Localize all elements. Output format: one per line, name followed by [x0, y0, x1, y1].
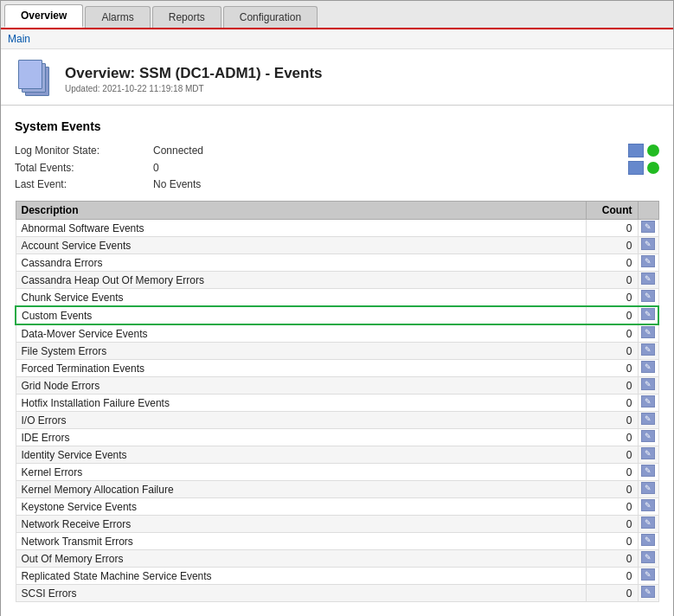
table-row: Grid Node Errors0 [16, 377, 658, 395]
event-description: IDE Errors [16, 429, 586, 446]
edit-icon[interactable] [641, 517, 655, 529]
edit-icon[interactable] [641, 273, 655, 285]
edit-icon[interactable] [641, 430, 655, 442]
event-action[interactable] [638, 429, 658, 446]
event-action[interactable] [638, 343, 658, 360]
total-events-label: Total Events: [15, 162, 153, 174]
event-action[interactable] [638, 516, 658, 533]
event-count: 0 [586, 429, 638, 446]
edit-icon[interactable] [641, 326, 655, 338]
last-event-row: Last Event: No Events [15, 176, 659, 192]
event-action[interactable] [638, 395, 658, 412]
event-description: Kernel Errors [16, 464, 586, 481]
event-action[interactable] [638, 220, 658, 237]
edit-icon[interactable] [641, 343, 655, 356]
table-row: Cassandra Heap Out Of Memory Errors0 [16, 272, 658, 289]
log-monitor-icons [628, 144, 659, 157]
event-description: Out Of Memory Errors [16, 550, 586, 568]
edit-icon[interactable] [641, 378, 655, 390]
edit-icon[interactable] [641, 482, 655, 494]
table-row: I/O Errors0 [16, 412, 658, 429]
event-count: 0 [586, 254, 638, 272]
event-description: Data-Mover Service Events [16, 324, 586, 343]
edit-icon[interactable] [641, 395, 655, 407]
col-count: Count [586, 202, 638, 220]
table-row: Kernel Errors0 [16, 464, 658, 481]
table-header-row: Description Count [16, 202, 658, 220]
event-count: 0 [586, 220, 638, 237]
event-count: 0 [586, 446, 638, 464]
edit-icon[interactable] [641, 586, 655, 598]
edit-icon[interactable] [641, 255, 655, 267]
edit-icon[interactable] [641, 221, 655, 233]
event-count: 0 [586, 360, 638, 377]
log-monitor-row: Log Monitor State: Connected [15, 142, 659, 159]
event-description: Hotfix Installation Failure Events [16, 395, 586, 412]
edit-icon[interactable] [641, 238, 655, 250]
edit-icon[interactable] [641, 534, 655, 546]
event-count: 0 [586, 498, 638, 516]
table-row: Forced Termination Events0 [16, 360, 658, 377]
edit-icon[interactable] [641, 290, 655, 302]
table-row: Abnormal Software Events0 [16, 220, 658, 237]
table-row: Identity Service Events0 [16, 446, 658, 464]
event-action[interactable] [638, 585, 658, 602]
event-action[interactable] [638, 377, 658, 395]
event-count: 0 [586, 533, 638, 550]
event-action[interactable] [638, 550, 658, 568]
table-row: Cassandra Errors0 [16, 254, 658, 272]
log-monitor-label: Log Monitor State: [15, 144, 153, 157]
info-grid: Log Monitor State: Connected Total Event… [15, 142, 659, 192]
edit-icon[interactable] [641, 447, 655, 459]
edit-icon[interactable] [641, 413, 655, 425]
green-status-1 [647, 144, 659, 157]
event-action[interactable] [638, 306, 658, 324]
main-window: OverviewAlarmsReportsConfiguration Main … [0, 0, 674, 616]
event-description: Abnormal Software Events [16, 220, 586, 237]
event-action[interactable] [638, 289, 658, 307]
event-description: Kernel Memory Allocation Failure [16, 481, 586, 498]
edit-icon[interactable] [641, 465, 655, 477]
tab-reports[interactable]: Reports [152, 6, 221, 28]
event-action[interactable] [638, 464, 658, 481]
event-action[interactable] [638, 254, 658, 272]
event-count: 0 [586, 568, 638, 585]
event-action[interactable] [638, 568, 658, 585]
grid-icon-2 [628, 161, 644, 175]
event-action[interactable] [638, 533, 658, 550]
event-action[interactable] [638, 324, 658, 343]
event-description: Grid Node Errors [16, 377, 586, 395]
event-action[interactable] [638, 481, 658, 498]
event-description: Chunk Service Events [16, 289, 586, 307]
edit-icon[interactable] [641, 361, 655, 373]
table-body: Abnormal Software Events0Account Service… [16, 220, 658, 602]
event-action[interactable] [638, 446, 658, 464]
edit-icon[interactable] [641, 308, 655, 320]
event-description: Cassandra Errors [16, 254, 586, 272]
event-action[interactable] [638, 412, 658, 429]
event-action[interactable] [638, 237, 658, 254]
log-monitor-value: Connected [153, 144, 628, 157]
edit-icon[interactable] [641, 499, 655, 511]
event-description: Network Transmit Errors [16, 533, 586, 550]
event-action[interactable] [638, 272, 658, 289]
tab-configuration[interactable]: Configuration [223, 6, 318, 28]
total-events-value: 0 [153, 162, 628, 174]
table-row: Kernel Memory Allocation Failure0 [16, 481, 658, 498]
event-description: Custom Events [16, 306, 586, 324]
event-count: 0 [586, 464, 638, 481]
green-status-2 [647, 162, 659, 174]
event-description: Keystone Service Events [16, 498, 586, 516]
table-row: Custom Events0 [16, 306, 658, 324]
event-action[interactable] [638, 360, 658, 377]
total-events-icons [628, 161, 659, 175]
edit-icon[interactable] [641, 551, 655, 563]
edit-icon[interactable] [641, 568, 655, 581]
event-action[interactable] [638, 498, 658, 516]
tab-overview[interactable]: Overview [4, 4, 83, 28]
event-count: 0 [586, 343, 638, 360]
breadcrumb-main[interactable]: Main [8, 33, 30, 45]
tab-alarms[interactable]: Alarms [85, 6, 150, 28]
table-row: Keystone Service Events0 [16, 498, 658, 516]
event-count: 0 [586, 516, 638, 533]
